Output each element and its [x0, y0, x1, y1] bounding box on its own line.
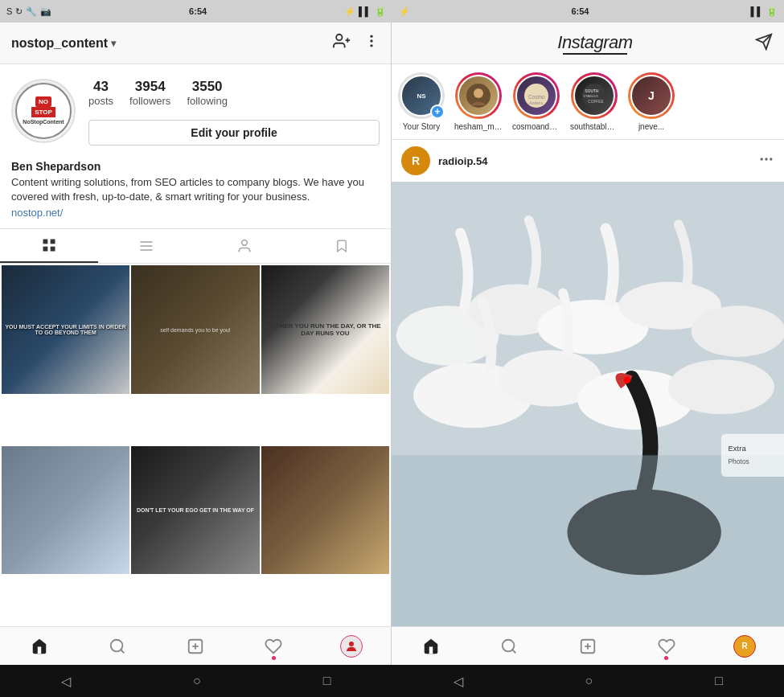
svg-point-39 [692, 305, 784, 357]
story-item-cosmo[interactable]: CosmoAnders cosmoander... [512, 72, 560, 131]
username-display[interactable]: nostop_content ▾ [11, 36, 116, 51]
svg-text:Photos: Photos [728, 457, 749, 465]
add-story-button[interactable]: + [430, 105, 445, 119]
back-button-right[interactable]: ◁ [454, 674, 463, 689]
svg-point-43 [668, 359, 774, 414]
svg-point-4 [370, 39, 372, 42]
your-story-item[interactable]: NS + Your Story [398, 72, 445, 131]
posts-count: 43 [93, 79, 109, 95]
story-ring-south: SOUTHSTABLESCOFFEE [571, 72, 618, 119]
tab-list[interactable] [98, 229, 196, 263]
right-status-icons: ▌▌ 🔋 [750, 6, 778, 17]
grid-item[interactable]: DON'T LET YOUR EGO GET IN THE WAY OF [131, 446, 259, 574]
nav-heart-right[interactable] [627, 627, 706, 665]
profile-top: NO STOP NoStopContent 43 posts [11, 76, 380, 146]
send-button[interactable] [755, 33, 773, 54]
post-avatar[interactable]: R [401, 146, 430, 175]
nav-profile-right[interactable]: R [705, 627, 784, 665]
svg-rect-46 [392, 455, 784, 626]
nav-search-right[interactable] [470, 627, 549, 665]
sync-icon: ↻ [15, 6, 23, 17]
grid-item[interactable] [261, 446, 389, 574]
signal-icon-right: ▌▌ [750, 6, 763, 16]
instagram-logo-text: Instagram [557, 32, 632, 52]
left-bottom-nav [0, 626, 391, 665]
right-left-icons: ⚡ [399, 6, 410, 17]
more-options-button[interactable] [363, 33, 380, 53]
profile-stats: 43 posts 3954 followers 3550 following [88, 79, 380, 107]
left-topbar-icons [333, 32, 380, 54]
nav-heart-left[interactable] [235, 627, 313, 665]
profile-avatar[interactable]: NO STOP NoStopContent [11, 79, 76, 143]
nav-home-left[interactable] [0, 627, 78, 665]
nav-home-right[interactable] [392, 627, 470, 665]
svg-text:Anders: Anders [529, 100, 543, 105]
recent-button-right[interactable]: □ [715, 674, 723, 688]
grid-item[interactable] [2, 446, 129, 574]
stories-row: NS + Your Story hesham_ma... [392, 64, 784, 140]
svg-text:STABLES: STABLES [583, 94, 598, 98]
your-story-initials: NS [417, 92, 425, 100]
svg-point-23 [474, 88, 483, 98]
status-bar-left: S ↻ 🔧 📷 6:54 ⚡ ▌▌ 🔋 [0, 0, 392, 23]
edit-profile-button[interactable]: Edit your profile [88, 120, 380, 146]
right-topbar-icons [755, 33, 773, 54]
story-label-jneve: jneve... [638, 122, 664, 131]
post-header: R radioip.54 [392, 140, 784, 182]
story-ring-jneve: J [628, 72, 675, 119]
grid-image-6 [261, 446, 389, 574]
nav-search-left[interactable] [78, 627, 156, 665]
status-bar: S ↻ 🔧 📷 6:54 ⚡ ▌▌ 🔋 ⚡ 6:54 ▌▌ 🔋 [0, 0, 784, 23]
home-button-left[interactable]: ○ [193, 674, 201, 688]
svg-point-19 [349, 642, 354, 646]
svg-point-33 [770, 158, 772, 160]
grid-image-5: DON'T LET YOUR EGO GET IN THE WAY OF [131, 446, 259, 574]
nav-add-left[interactable] [156, 627, 234, 665]
story-item-jneve[interactable]: J jneve... [628, 72, 675, 131]
svg-line-15 [121, 650, 124, 653]
left-panel: nostop_content ▾ [0, 23, 392, 665]
signal-icon-left: ▌▌ [359, 6, 371, 16]
svg-point-13 [241, 240, 247, 246]
story-avatar-south: SOUTHSTABLESCOFFEE [573, 75, 615, 117]
grid-item[interactable]: YOU MUST ACCEPT YOUR LIMITS IN ORDER TO … [2, 265, 129, 393]
story-item-south[interactable]: SOUTHSTABLESCOFFEE southstables... [570, 72, 618, 131]
posts-stat[interactable]: 43 posts [88, 79, 113, 107]
story-ring-hesham [455, 72, 502, 119]
photo-grid: YOU MUST ACCEPT YOUR LIMITS IN ORDER TO … [0, 264, 391, 626]
heart-notification-dot-right [664, 656, 668, 660]
svg-text:COFFEE: COFFEE [588, 100, 603, 104]
post-username[interactable]: radioip.54 [438, 155, 487, 167]
back-button-left[interactable]: ◁ [61, 674, 71, 689]
svg-text:Cosmo: Cosmo [528, 94, 545, 100]
post-menu-button[interactable] [758, 151, 774, 171]
avatar-inner: NO STOP NoStopContent [13, 80, 74, 141]
story-item-hesham[interactable]: hesham_ma... [454, 72, 503, 131]
home-button-right[interactable]: ○ [585, 674, 593, 688]
tab-saved[interactable] [293, 229, 392, 263]
profile-stats-wrap: 43 posts 3954 followers 3550 following E… [88, 76, 380, 146]
followers-count: 3954 [135, 79, 166, 95]
right-bottom-nav: R [392, 626, 784, 665]
recent-button-left[interactable]: □ [323, 674, 331, 688]
tab-tagged[interactable] [195, 229, 293, 263]
profile-link[interactable]: nostop.net/ [11, 207, 380, 219]
nav-profile-left[interactable] [313, 627, 391, 665]
following-stat[interactable]: 3550 following [187, 79, 228, 107]
grid-item[interactable]: EITHER YOU RUN THE DAY, OR THE DAY RUNS … [261, 265, 389, 393]
avatar-logo: NO STOP NoStopContent [15, 83, 72, 139]
grid-item[interactable]: self demands you to be you! [131, 265, 259, 393]
add-person-button[interactable] [333, 32, 351, 54]
svg-rect-8 [43, 247, 47, 252]
followers-stat[interactable]: 3954 followers [129, 79, 170, 107]
nav-add-right[interactable] [548, 627, 627, 665]
status-bar-right: ⚡ 6:54 ▌▌ 🔋 [392, 0, 785, 23]
svg-rect-9 [50, 247, 55, 252]
skype-icon: S [6, 6, 12, 16]
grid-image-2: self demands you to be you! [131, 265, 259, 393]
story-ring-cosmo: CosmoAnders [513, 72, 560, 119]
following-count: 3550 [192, 79, 223, 95]
tab-grid[interactable] [0, 229, 98, 263]
story-label-cosmo: cosmoander... [512, 122, 560, 131]
bluetooth-icon-right: ⚡ [399, 6, 410, 17]
